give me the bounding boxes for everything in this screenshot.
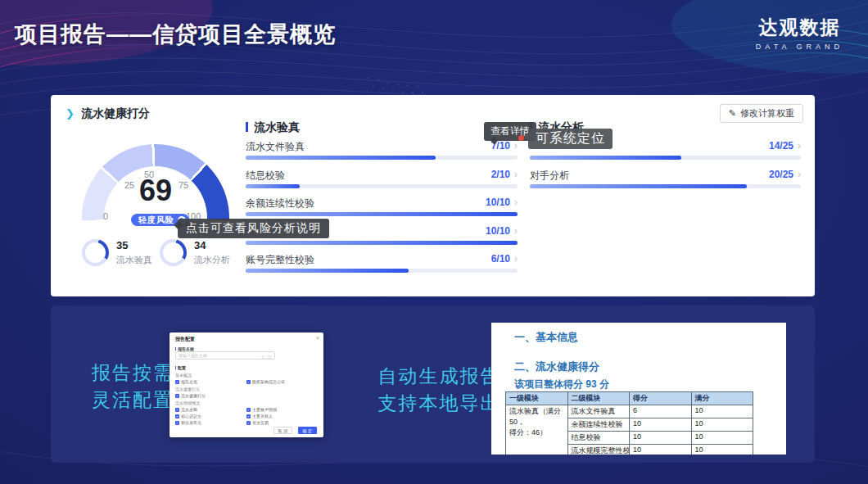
config-checkbox-item[interactable]: ✓主要账户明细: [246, 406, 318, 413]
row-value: 10/10›: [486, 225, 518, 237]
config-group-title: 基本概况: [175, 373, 318, 378]
checkbox-checked-icon[interactable]: ✓: [175, 394, 179, 398]
checkbox-checked-icon[interactable]: ✓: [175, 414, 179, 418]
dialog-title: 报告配置: [175, 336, 195, 343]
checkbox-checked-icon[interactable]: ✓: [246, 414, 251, 418]
brand-logo-cn: 达观数据: [756, 15, 843, 40]
row-label: 结息校验: [246, 169, 285, 183]
progress-fill: [246, 241, 518, 245]
score-row[interactable]: 对手分析20/25›: [530, 169, 801, 197]
table-cell: 结息校验: [567, 432, 630, 445]
slide: 项目报告——信贷项目全景概览 达观数据 DATA GRAND ❯流水健康打分 ✎…: [0, 0, 868, 484]
config-checkbox-item[interactable]: ✓主要关联人: [246, 413, 318, 419]
checkbox-checked-icon[interactable]: ✓: [246, 408, 251, 412]
checkbox-checked-icon[interactable]: ✓: [175, 380, 179, 384]
table-cell: 流水文件验真: [567, 405, 630, 418]
score-dashboard-panel: ❯流水健康打分 ✎修改计算权重 0 25 50 75 100 69 轻度风险 ?…: [51, 95, 815, 296]
page-title: 项目报告——信贷项目全景概览: [15, 20, 336, 49]
checkbox-label: 资金交易: [252, 420, 269, 425]
char-counter: 0 / 20: [261, 354, 272, 361]
notification-dot: [518, 135, 524, 141]
checkbox-checked-icon[interactable]: ✓: [175, 408, 179, 412]
chevron-right-icon: ›: [514, 169, 518, 180]
row-value: 14/25›: [769, 140, 801, 152]
progress-ring: [160, 239, 187, 266]
report-name-placeholder: 请输入报告名称: [179, 353, 207, 358]
config-checkbox-item[interactable]: ✓资金交易: [246, 419, 318, 426]
table-cell: 10: [691, 418, 753, 432]
edit-weights-button[interactable]: ✎修改计算权重: [720, 104, 803, 123]
verify-column-title: 流水验真: [246, 120, 300, 135]
score-row[interactable]: 流水文件验真7/10›: [246, 140, 518, 169]
close-icon[interactable]: ×: [316, 335, 319, 341]
table-cell: 10: [630, 432, 692, 445]
config-checkbox-item[interactable]: ✓流水余额: [175, 406, 246, 413]
config-checkbox-item[interactable]: ✓报告总览: [175, 378, 246, 385]
chevron-right-icon: ›: [798, 169, 801, 180]
chevron-right-icon[interactable]: ❯: [66, 107, 75, 120]
table-cell: 10: [691, 432, 753, 445]
config-checkbox-item[interactable]: ✓流水健康打分: [175, 392, 246, 399]
config-checkbox-item[interactable]: ✓核心还款方: [175, 413, 246, 419]
row-label: 流水文件验真: [246, 140, 305, 154]
row-value: 2/10›: [491, 169, 518, 180]
gauge-tick: 0: [103, 211, 108, 221]
report-score-line: 该项目整体得分 93 分: [514, 378, 609, 391]
table-header: 二级模块: [567, 392, 630, 405]
table-header: 满分: [691, 392, 753, 405]
row-value: 10/10›: [486, 197, 518, 208]
score-table: 一级模块二级模块得分满分流水验真（满分50，得分：46）流水文件验真610余额连…: [505, 391, 753, 455]
table-cell-module: 流水验真（满分50，得分：46）: [506, 405, 568, 455]
risk-tooltip: 点击可查看风险分析说明: [178, 219, 329, 238]
confirm-button[interactable]: 确 定: [298, 427, 317, 434]
stat-verify: 35 流水验真: [82, 239, 152, 266]
progress-bar: [530, 156, 801, 160]
chevron-right-icon: ›: [514, 253, 518, 265]
brand-logo-en: DATA GRAND: [756, 43, 843, 51]
row-label: 账号完整性校验: [246, 253, 314, 267]
table-header: 一级模块: [506, 392, 568, 405]
edit-weights-label: 修改计算权重: [740, 108, 794, 118]
stat-label: 流水验真: [116, 254, 152, 266]
score-row[interactable]: 账号完整性校验6/10›: [246, 253, 518, 282]
progress-bar: [246, 156, 518, 160]
score-row[interactable]: 结息校验2/10›: [246, 169, 518, 197]
config-checkbox-item[interactable]: ✓股权架构信息公司: [246, 378, 318, 385]
checkbox-label: 报告总览: [181, 379, 197, 384]
stat-analysis: 34 流水分析: [160, 239, 230, 266]
table-cell: 10: [691, 445, 753, 455]
progress-bar: [530, 184, 801, 188]
locate-callout: 可系统定位: [528, 129, 613, 149]
checkbox-checked-icon[interactable]: ✓: [246, 421, 251, 425]
progress-fill: [530, 156, 681, 160]
progress-fill: [246, 156, 436, 160]
progress-bar: [246, 212, 518, 216]
panel-title: 流水健康打分: [81, 106, 150, 120]
config-checkbox-item[interactable]: ✓疑似异常点: [175, 419, 246, 426]
risk-level-label: 轻度风险: [138, 215, 174, 226]
table-row: 流水验真（满分50，得分：46）流水文件验真610: [506, 405, 753, 418]
config-group-title: 流水明细情况: [175, 400, 318, 405]
report-heading-2: 二、流水健康得分: [514, 360, 599, 374]
checkbox-label: 主要账户明细: [252, 407, 277, 412]
table-cell: 余额连续性校验: [567, 418, 630, 432]
checkbox-label: 流水余额: [181, 407, 197, 412]
report-name-input[interactable]: 请输入报告名称 0 / 20: [175, 351, 275, 360]
row-value: 20/25›: [769, 169, 801, 180]
report-preview: 一、基本信息 二、流水健康得分 该项目整体得分 93 分 一级模块二级模块得分满…: [491, 323, 786, 455]
row-label: 对手分析: [530, 169, 569, 183]
checkbox-label: 股权架构信息公司: [252, 379, 285, 384]
stat-label: 流水分析: [194, 254, 230, 266]
pencil-icon: ✎: [729, 108, 736, 118]
checkbox-label: 疑似异常点: [181, 420, 201, 425]
progress-bar: [246, 269, 518, 273]
checkbox-checked-icon[interactable]: ✓: [246, 380, 251, 384]
row-value: 6/10›: [491, 253, 518, 265]
chevron-right-icon: ›: [514, 225, 518, 237]
checkbox-checked-icon[interactable]: ✓: [175, 421, 179, 425]
progress-fill: [246, 184, 300, 188]
table-cell: 10: [630, 445, 692, 455]
table-cell: 6: [630, 405, 692, 418]
stat-value: 35: [116, 239, 152, 251]
cancel-button[interactable]: 取 消: [274, 427, 292, 434]
